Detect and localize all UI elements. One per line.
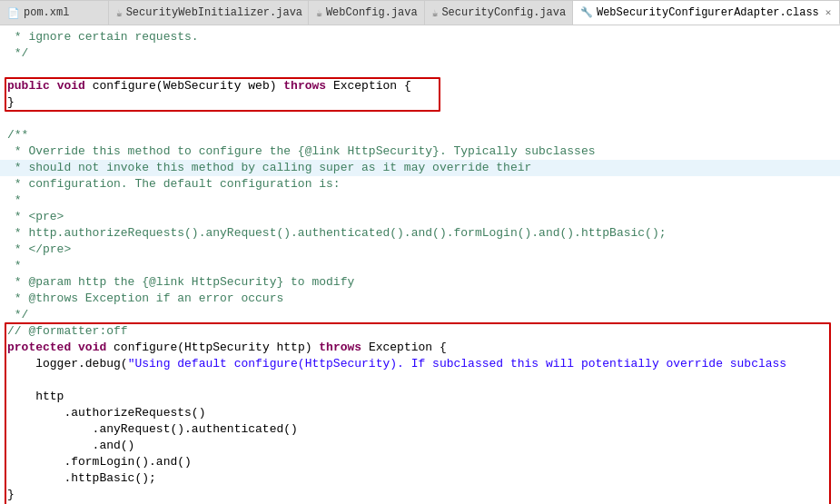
code-line-4: public void configure(WebSecurity web) t…	[0, 78, 840, 94]
code-line-5: }	[0, 94, 840, 111]
code-line-19: // @formatter:off	[0, 323, 840, 340]
tab-icon-webinit: ☕	[116, 7, 123, 19]
code-line-26: .and()	[0, 438, 840, 454]
code-line-1: * ignore certain requests.	[0, 29, 840, 45]
code-line-15: *	[0, 258, 840, 274]
tab-icon-adapter: 🔧	[580, 6, 593, 18]
tab-webconfig[interactable]: ☕WebConfig.java	[309, 0, 424, 25]
code-line-8: * Override this method to configure the …	[0, 143, 840, 160]
code-line-7: /**	[0, 127, 840, 143]
tab-webinit[interactable]: ☕SecurityWebInitializer.java	[109, 0, 309, 25]
code-line-20: protected void configure(HttpSecurity ht…	[0, 340, 840, 356]
tab-bar: 📄pom.xml☕SecurityWebInitializer.java☕Web…	[0, 0, 840, 25]
tab-label-webconfig: WebConfig.java	[326, 6, 418, 19]
tab-label-adapter: WebSecurityConfigurerAdapter.class	[597, 6, 819, 19]
tab-secconfig[interactable]: ☕SecurityConfig.java	[425, 0, 573, 25]
code-line-2: */	[0, 45, 840, 62]
code-line-29: }	[0, 487, 840, 503]
code-line-23: http	[0, 389, 840, 405]
tab-label-secconfig: SecurityConfig.java	[441, 6, 566, 19]
tab-close-adapter[interactable]: ✕	[823, 5, 835, 19]
code-line-25: .anyRequest().authenticated()	[0, 421, 840, 438]
code-content: * ignore certain requests. */ public voi…	[0, 25, 840, 504]
code-line-10: * configuration. The default configurati…	[0, 176, 840, 193]
tab-icon-pom: 📄	[7, 7, 20, 19]
code-line-14: * </pre>	[0, 242, 840, 258]
code-line-22	[0, 372, 840, 389]
tab-adapter[interactable]: 🔧WebSecurityConfigurerAdapter.class✕	[573, 0, 840, 25]
code-line-27: .formLogin().and()	[0, 454, 840, 470]
code-line-9: * should not invoke this method by calli…	[0, 160, 840, 176]
tab-icon-secconfig: ☕	[432, 7, 439, 19]
tab-label-webinit: SecurityWebInitializer.java	[126, 6, 302, 19]
code-line-16: * @param http the {@link HttpSecurity} t…	[0, 274, 840, 291]
code-line-6	[0, 111, 840, 127]
code-line-13: * http.authorizeRequests().anyRequest().…	[0, 225, 840, 242]
code-line-17: * @throws Exception if an error occurs	[0, 291, 840, 307]
code-line-24: .authorizeRequests()	[0, 405, 840, 421]
code-line-21: logger.debug("Using default configure(Ht…	[0, 356, 840, 372]
tab-pom[interactable]: 📄pom.xml	[0, 0, 109, 25]
code-line-3	[0, 62, 840, 78]
tab-icon-webconfig: ☕	[316, 7, 322, 19]
code-line-12: * <pre>	[0, 209, 840, 225]
code-line-18: */	[0, 307, 840, 323]
code-line-11: *	[0, 193, 840, 209]
code-line-28: .httpBasic();	[0, 470, 840, 487]
code-area: * ignore certain requests. */ public voi…	[0, 25, 840, 504]
tab-label-pom: pom.xml	[24, 6, 69, 19]
